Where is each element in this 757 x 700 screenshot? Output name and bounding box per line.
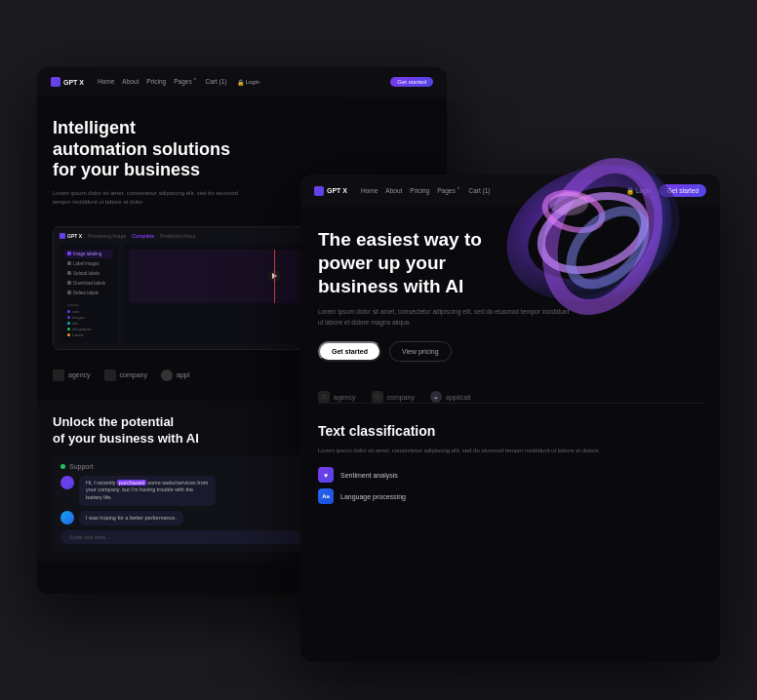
front-login[interactable]: 🔒 Login: [626, 187, 652, 195]
front-brands: □ agency □ company ☁ applicati: [300, 391, 720, 403]
front-agency-icon: □: [318, 391, 330, 403]
highlight-word: purchased: [117, 480, 146, 486]
front-nav-about[interactable]: About: [385, 187, 402, 195]
dash-sidebar-image-labeling[interactable]: Image labeling: [64, 250, 113, 258]
front-get-started-button[interactable]: Get started: [659, 184, 706, 197]
back-hero-subtitle: Lorem ipsum dolor sit amet, consectetur …: [53, 189, 248, 207]
language-icon: Aa: [322, 493, 330, 499]
dash-logo: GPT X: [60, 233, 82, 239]
logo-icon: [51, 77, 60, 87]
sentiment-icon-badge: ♥: [318, 467, 334, 483]
brand-appl: appl: [161, 369, 189, 381]
feature-items: ♥ Sentiment analysis Aa Language process…: [318, 467, 702, 504]
dash-tab-prediction[interactable]: Prediction About: [160, 233, 195, 239]
company-icon: [104, 369, 116, 381]
front-brand-applicati: ☁ applicati: [430, 391, 471, 403]
label-dot-labels: [67, 333, 70, 336]
feature-language-processing: Aa Language processing: [318, 488, 702, 504]
front-brand-agency: □ agency: [318, 391, 356, 403]
front-brand-company: □ company: [372, 391, 415, 403]
heart-icon: ♥: [324, 472, 328, 479]
nav-pages[interactable]: Pages ˅: [174, 78, 197, 86]
dash-label-images: images: [67, 315, 110, 320]
dash-label-info: info: [67, 321, 110, 326]
back-navbar: GPT X Home About Pricing Pages ˅ Cart (1…: [37, 67, 447, 97]
front-nav-cart[interactable]: Cart (1): [468, 187, 490, 195]
dash-sidebar-download-labels[interactable]: Download labels: [64, 279, 113, 288]
avatar-bot: [60, 476, 74, 489]
language-icon-badge: Aa: [318, 488, 334, 504]
front-nav-pages[interactable]: Pages ˅: [437, 187, 460, 195]
back-hero-title: Intelligent automation solutions for you…: [53, 118, 431, 181]
dash-sidebar-label-images[interactable]: Label images: [64, 259, 113, 268]
back-get-started-button[interactable]: Get started: [390, 77, 433, 87]
avatar-user: [60, 511, 74, 525]
front-nav-pricing[interactable]: Pricing: [410, 187, 429, 195]
download-labels-icon: [67, 281, 71, 285]
nav-cart[interactable]: Cart (1): [205, 78, 226, 86]
label-dot-cars: [67, 310, 70, 313]
label-dot-infographic: [67, 328, 70, 331]
delete-labels-icon: [67, 291, 71, 294]
feature-sentiment-analysis: ♥ Sentiment analysis: [318, 467, 702, 483]
text-classification-subtitle: Lorem ipsum dolor sit amet, consectetur …: [318, 447, 702, 455]
front-get-started-button[interactable]: Get started: [318, 341, 381, 362]
front-hero-title: The easiest way to power up your busines…: [318, 228, 591, 297]
back-logo: GPT X: [51, 77, 84, 87]
dash-tabs: Pioneering Image Complete Prediction Abo…: [88, 233, 195, 239]
dash-video-playhead: [274, 250, 275, 303]
text-classification-title: Text classification: [318, 423, 702, 439]
front-navbar: GPT X Home About Pricing Pages ˅ Cart (1…: [300, 175, 720, 207]
front-logo-icon: [314, 186, 324, 196]
front-hero-buttons: Get started View pricing: [318, 341, 702, 362]
dash-label-infographic: infographic: [67, 327, 110, 331]
nav-pricing[interactable]: Pricing: [146, 78, 166, 86]
dash-sidebar-upload-labels[interactable]: Upload labels: [64, 269, 113, 278]
back-nav-links: Home About Pricing Pages ˅ Cart (1): [98, 78, 227, 86]
front-hero: The easiest way to power up your busines…: [300, 207, 720, 391]
text-classification-section: Text classification Lorem ipsum dolor si…: [300, 408, 720, 520]
dash-sidebar: Image labeling Label images Upload label…: [60, 245, 118, 343]
dash-tab-pioneering[interactable]: Pioneering Image: [88, 233, 126, 239]
label-dot-images: [67, 316, 70, 319]
image-labeling-icon: [67, 252, 71, 255]
front-applicati-icon: ☁: [430, 391, 442, 403]
nav-home[interactable]: Home: [98, 78, 114, 86]
brand-company: company: [104, 369, 147, 381]
front-nav-right: 🔒 Login Get started: [626, 184, 706, 197]
chat-bubble-2: I was hoping for a better performance.: [79, 511, 183, 526]
online-indicator: [60, 464, 65, 469]
chat-bubble-1: Hi, I recently purchased some tasks/serv…: [79, 476, 216, 506]
front-company-icon: □: [372, 391, 383, 403]
card-front: GPT X Home About Pricing Pages ˅ Cart (1…: [300, 175, 720, 662]
front-nav-links: Home About Pricing Pages ˅ Cart (1): [361, 187, 491, 195]
front-nav-home[interactable]: Home: [361, 187, 378, 195]
front-hero-subtitle: Lorem ipsum dolor sit amet, consectetur …: [318, 307, 572, 328]
front-divider: [318, 403, 702, 404]
dash-sidebar-delete-labels[interactable]: Delete labels: [64, 289, 113, 297]
front-view-pricing-button[interactable]: View pricing: [389, 341, 452, 362]
nav-about[interactable]: About: [122, 78, 139, 86]
upload-labels-icon: [67, 271, 71, 275]
brand-agency: agency: [53, 369, 91, 381]
label-dot-info: [67, 322, 70, 325]
agency-icon: [53, 369, 64, 381]
dash-label-labels: Labels: [67, 332, 110, 337]
dash-logo-icon: [60, 233, 65, 239]
dash-labels-section: Labels cars images info: [64, 302, 113, 337]
scene: GPT X Home About Pricing Pages ˅ Cart (1…: [37, 28, 720, 672]
dash-label-cars: cars: [67, 309, 110, 314]
front-logo: GPT X: [314, 186, 347, 196]
back-login[interactable]: 🔒 Login: [237, 79, 260, 86]
dash-tab-complete[interactable]: Complete: [132, 233, 154, 239]
appl-icon: [161, 369, 173, 381]
label-images-icon: [67, 261, 71, 265]
